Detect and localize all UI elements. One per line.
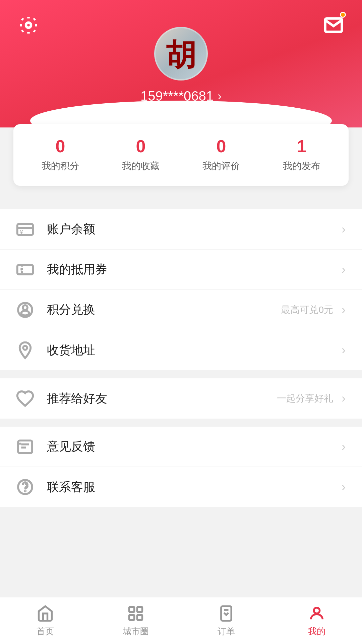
menu-item-points[interactable]: 积分兑换 最高可兑0元 › — [0, 290, 362, 330]
phone-arrow-icon: › — [218, 89, 222, 103]
message-notification-dot — [340, 12, 346, 18]
mine-icon — [307, 604, 326, 623]
nav-item-home[interactable]: 首页 — [0, 597, 90, 644]
svg-rect-19 — [129, 615, 134, 620]
nav-item-mine[interactable]: 我的 — [272, 597, 362, 644]
support-label: 联系客服 — [47, 479, 339, 495]
svg-rect-20 — [137, 615, 142, 620]
orders-icon — [217, 604, 236, 623]
svg-text:¥: ¥ — [19, 267, 23, 273]
feedback-label: 意见反馈 — [47, 438, 339, 455]
stat-item-我的积分[interactable]: 0 我的积分 — [20, 138, 101, 172]
support-icon — [13, 475, 37, 499]
svg-point-10 — [23, 346, 27, 350]
orders-label: 订单 — [218, 626, 235, 637]
account-balance-icon: ¥ — [13, 218, 37, 241]
svg-point-0 — [26, 23, 31, 28]
vouchers-arrow: › — [339, 265, 349, 275]
menu-item-vouchers[interactable]: ¥ 我的抵用券 › — [0, 250, 362, 290]
user-phone[interactable]: 159****0681 › — [140, 89, 222, 104]
avatar[interactable]: 胡 — [154, 27, 208, 80]
recommend-hint: 一起分享好礼 — [277, 392, 333, 405]
city-circle-label: 城市圈 — [123, 626, 149, 637]
stat-item-我的评价[interactable]: 0 我的评价 — [181, 138, 261, 172]
menu-item-support[interactable]: 联系客服 › — [0, 467, 362, 507]
feedback-icon — [13, 435, 37, 459]
points-label: 积分兑换 — [47, 302, 281, 318]
avatar-character: 胡 — [166, 40, 196, 70]
svg-point-8 — [21, 311, 29, 315]
address-label: 收货地址 — [47, 342, 339, 359]
account-balance-arrow: › — [339, 224, 349, 234]
home-icon — [36, 604, 55, 623]
menu-item-recommend[interactable]: 推荐给好友 一起分享好礼 › — [0, 378, 362, 419]
stat-item-我的发布[interactable]: 1 我的发布 — [261, 138, 342, 172]
account-balance-label: 账户余额 — [47, 221, 339, 237]
recommend-label: 推荐给好友 — [47, 390, 277, 407]
svg-text:¥: ¥ — [19, 228, 23, 235]
address-icon — [13, 338, 37, 362]
points-hint: 最高可兑0元 — [281, 304, 333, 316]
nav-item-city-circle[interactable]: 城市圈 — [90, 597, 181, 644]
svg-rect-21 — [221, 606, 231, 621]
city-circle-icon — [126, 604, 145, 623]
menu-section-2: 推荐给好友 一起分享好礼 › — [0, 378, 362, 419]
phone-number: 159****0681 — [140, 89, 214, 104]
hero-section: 胡 159****0681 › — [0, 0, 362, 127]
menu-section-3: 意见反馈 › 联系客服 › — [0, 427, 362, 507]
mine-label: 我的 — [308, 626, 325, 637]
svg-point-23 — [314, 608, 319, 613]
menu-item-address[interactable]: 收货地址 › — [0, 330, 362, 370]
points-icon — [13, 298, 37, 322]
svg-rect-17 — [129, 607, 134, 612]
vouchers-icon: ¥ — [13, 258, 37, 281]
menu-item-feedback[interactable]: 意见反馈 › — [0, 427, 362, 467]
stats-card: 0 我的积分 0 我的收藏 0 我的评价 1 我的发布 — [13, 124, 349, 186]
points-arrow: › — [339, 305, 349, 315]
svg-rect-18 — [137, 607, 142, 612]
vouchers-label: 我的抵用券 — [47, 261, 339, 278]
support-arrow: › — [339, 482, 349, 492]
home-label: 首页 — [37, 626, 54, 637]
menu-item-account-balance[interactable]: ¥ 账户余额 › — [0, 209, 362, 250]
recommend-arrow: › — [339, 393, 349, 404]
address-arrow: › — [339, 345, 349, 355]
nav-item-orders[interactable]: 订单 — [181, 597, 272, 644]
settings-icon[interactable] — [17, 13, 40, 37]
svg-point-9 — [23, 305, 27, 310]
stat-item-我的收藏[interactable]: 0 我的收藏 — [101, 138, 181, 172]
feedback-arrow: › — [339, 442, 349, 452]
svg-point-16 — [25, 491, 25, 491]
bottom-navigation: 首页 城市圈 订单 我的 — [0, 597, 362, 644]
recommend-icon — [13, 387, 37, 410]
menu-section-1: ¥ 账户余额 › ¥ 我的抵用券 › 积分兑换 最高可兑0元 › — [0, 209, 362, 370]
